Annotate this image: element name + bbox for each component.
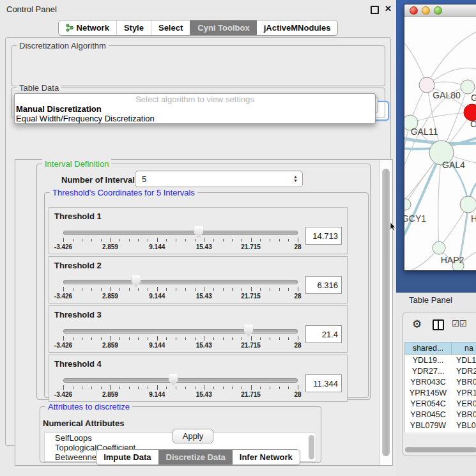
apply-button[interactable]: Apply xyxy=(173,429,213,443)
network-node[interactable] xyxy=(460,196,476,213)
network-node[interactable] xyxy=(433,242,445,254)
slider-handle[interactable] xyxy=(194,226,203,238)
bottom-tab-row: Impute Data Discretize Data Infer Networ… xyxy=(0,449,396,465)
threshold-label: Threshold 2 xyxy=(54,261,102,270)
close-icon[interactable]: ✕ xyxy=(385,4,392,13)
network-window-titlebar xyxy=(404,4,476,17)
tick-mark xyxy=(288,288,289,291)
scrollbar-thumb[interactable] xyxy=(382,169,390,456)
tick-mark xyxy=(119,387,120,389)
network-edge[interactable] xyxy=(438,153,441,248)
column-header-shared-name[interactable]: shared... xyxy=(404,342,452,355)
gear-icon[interactable]: ⚙ xyxy=(412,318,422,331)
tick-mark xyxy=(148,387,148,389)
tick-mark xyxy=(260,288,261,291)
dropdown-item-equal-width-frequency[interactable]: Equal Width/Frequency Discretization xyxy=(15,114,375,123)
network-node[interactable] xyxy=(461,80,475,94)
table-row[interactable]: YER054CYER0 xyxy=(405,398,476,409)
tick-mark xyxy=(270,337,270,340)
table-row[interactable]: YPR145WYPR1 xyxy=(405,387,476,398)
network-edge[interactable] xyxy=(427,28,476,85)
settings-scroll-pane: Interval Definition Number of Intervals … xyxy=(15,159,393,466)
network-edge[interactable] xyxy=(404,153,441,239)
threshold-value-field[interactable]: 21.4 xyxy=(305,325,342,343)
threshold-label: Threshold 4 xyxy=(54,359,102,369)
tick-mark xyxy=(232,288,233,291)
tick-label: 9.144 xyxy=(149,391,165,398)
table-row[interactable]: YBR045CYBR0 xyxy=(405,409,476,420)
tick-label: 2.859 xyxy=(102,391,118,398)
table-panel: ⚙ ☑☑ shared... na YDL19...YDL1YDR27...YD… xyxy=(403,312,476,456)
interval-definition-group: Interval Definition Number of Intervals … xyxy=(36,164,371,400)
tick-label: 2.859 xyxy=(102,243,118,250)
tab-style[interactable]: Style xyxy=(116,20,151,35)
tick-mark xyxy=(232,239,233,242)
traffic-light-minimize[interactable] xyxy=(422,6,430,15)
slider-ticks xyxy=(63,238,298,243)
slider-ticks xyxy=(63,385,298,390)
tick-mark xyxy=(185,239,186,242)
tab-network[interactable]: Network xyxy=(59,20,116,35)
num-intervals-combobox[interactable]: 5 ▲▼ xyxy=(135,171,303,187)
tick-mark xyxy=(260,387,261,389)
slider-handle[interactable] xyxy=(131,275,141,288)
tab-jactivemnodules[interactable]: jActiveMNodules xyxy=(257,20,338,35)
table-row[interactable]: YLR345WYLR3 xyxy=(405,431,476,433)
slider-handle[interactable] xyxy=(169,374,178,386)
columns-icon[interactable] xyxy=(433,319,444,330)
threshold-value-field[interactable]: 6.316 xyxy=(305,276,342,294)
tick-mark xyxy=(270,239,270,242)
network-edge[interactable] xyxy=(410,112,472,123)
network-node[interactable] xyxy=(404,199,411,210)
threshold-slider[interactable]: -3.4262.8599.14415.4321.71528 xyxy=(63,225,298,252)
threshold-value-field[interactable]: 14.713 xyxy=(305,227,342,245)
node-label: GAL4 xyxy=(442,160,465,170)
tick-mark xyxy=(242,239,242,242)
threshold-row: -3.4262.8599.14415.4321.7152821.4 xyxy=(63,323,342,350)
tick-mark xyxy=(101,288,102,291)
tab-impute-data[interactable]: Impute Data xyxy=(96,450,158,464)
table-row[interactable]: YDR27...YDR2 xyxy=(405,365,476,376)
column-header-name[interactable]: na xyxy=(452,342,476,355)
group-title: Table Data xyxy=(17,83,61,93)
tick-label: 21.715 xyxy=(241,243,261,250)
float-panel-icon[interactable] xyxy=(371,6,379,14)
tick-label: 21.715 xyxy=(241,342,261,349)
threshold-slider[interactable]: -3.4262.8599.14415.4321.71528 xyxy=(63,372,298,399)
panel-title: Control Panel xyxy=(6,4,57,14)
tick-mark xyxy=(213,387,214,389)
tick-mark xyxy=(110,238,111,242)
traffic-light-zoom[interactable] xyxy=(434,6,442,15)
tick-mark xyxy=(138,288,139,291)
slider-ticks xyxy=(63,287,298,292)
threshold-slider[interactable]: -3.4262.8599.14415.4321.71528 xyxy=(63,274,298,301)
table-row[interactable]: YBR043CYBR0 xyxy=(405,376,476,387)
traffic-light-close[interactable] xyxy=(410,6,418,15)
network-view-window[interactable]: GAL80GACGAL11GAL4GCY1HAHAP2 xyxy=(404,4,476,271)
network-desktop: GAL80GACGAL11GAL4GCY1HAHAP2 xyxy=(396,0,476,293)
num-intervals-label: Number of Intervals xyxy=(61,175,139,185)
network-graph-canvas[interactable]: GAL80GACGAL11GAL4GCY1HAHAP2 xyxy=(404,17,476,271)
tick-mark xyxy=(176,387,176,389)
tab-infer-network[interactable]: Infer Network xyxy=(233,450,300,464)
tick-mark xyxy=(185,337,186,340)
cyni-content-panel: Discretization Algorithm Table Data galF… xyxy=(5,37,391,446)
tick-mark xyxy=(157,336,158,341)
tick-label: 28 xyxy=(294,342,301,349)
table-row[interactable]: YDL19...YDL1 xyxy=(405,355,476,365)
table-horizontal-scrollbar[interactable] xyxy=(405,447,476,452)
tab-select[interactable]: Select xyxy=(151,20,190,35)
table-row[interactable]: YBL079WYBL0 xyxy=(405,420,476,431)
threshold-slider[interactable]: -3.4262.8599.14415.4321.71528 xyxy=(63,323,298,350)
slider-handle[interactable] xyxy=(243,325,253,337)
settings-scrollbar[interactable] xyxy=(380,160,392,465)
tick-mark xyxy=(138,337,139,340)
dropdown-item-manual-discretization[interactable]: Manual Discretization xyxy=(15,104,375,114)
checkbox-icons[interactable]: ☑☑ xyxy=(452,319,466,328)
cell-name: YBL0 xyxy=(451,421,476,430)
threshold-value-field[interactable]: 11.344 xyxy=(305,374,342,392)
tick-mark xyxy=(176,288,176,291)
tab-cyni-toolbox[interactable]: Cyni Toolbox xyxy=(190,20,256,35)
tab-discretize-data[interactable]: Discretize Data xyxy=(158,450,233,464)
tick-label: 9.144 xyxy=(149,243,165,250)
